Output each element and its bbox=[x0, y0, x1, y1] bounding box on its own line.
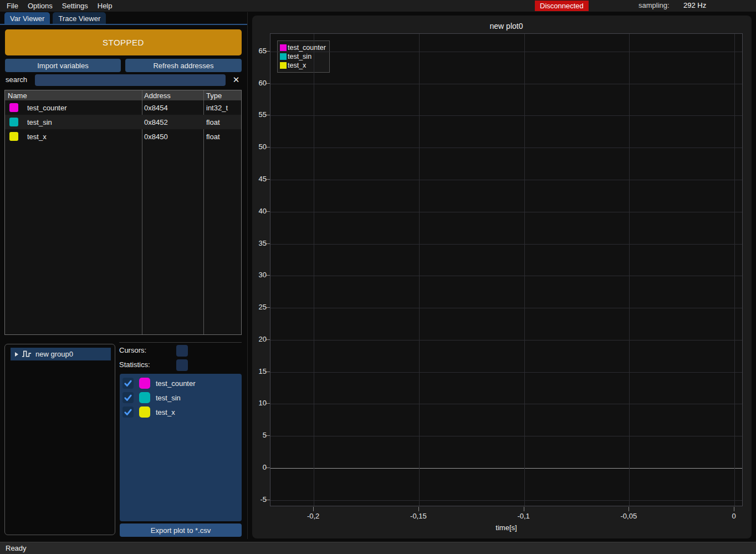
legend-entry[interactable]: test_counter bbox=[280, 43, 326, 52]
variable-type-cell: float bbox=[206, 129, 220, 144]
x-tick-mark bbox=[524, 507, 524, 511]
statistics-checkbox[interactable] bbox=[176, 359, 188, 371]
x-tick-mark bbox=[313, 507, 314, 511]
search-input[interactable] bbox=[35, 74, 226, 86]
group-item[interactable]: new group0 bbox=[11, 348, 111, 360]
variable-address-cell: 0x8452 bbox=[144, 115, 168, 129]
legend-series-label: test_counter bbox=[288, 44, 326, 52]
sampling-value: 292 Hz bbox=[683, 1, 706, 9]
variable-checkbox[interactable] bbox=[122, 392, 134, 403]
variable-name-cell[interactable]: test_counter bbox=[27, 100, 67, 115]
legend-color-swatch bbox=[280, 44, 287, 51]
legend-entry[interactable]: test_x bbox=[280, 61, 326, 70]
table-header: Name Address Type bbox=[5, 90, 241, 100]
tab-bar: Var Viewer Trace Viewer bbox=[4, 12, 106, 24]
controls-separator bbox=[119, 342, 242, 343]
gridline-horizontal bbox=[270, 404, 742, 404]
gridline-horizontal bbox=[270, 500, 742, 501]
x-tick-mark bbox=[418, 507, 419, 511]
export-csv-button[interactable]: Export plot to *.csv bbox=[120, 523, 242, 537]
variable-color-swatch bbox=[9, 103, 18, 112]
y-tick-label: 30 bbox=[252, 271, 267, 279]
sampling-label: sampling: bbox=[638, 1, 670, 9]
variable-color-swatch bbox=[9, 132, 18, 141]
plot-variable-row[interactable]: test_x bbox=[120, 405, 242, 419]
y-tick-label: 65 bbox=[252, 47, 267, 55]
status-text: Ready bbox=[6, 544, 27, 552]
column-header-address[interactable]: Address bbox=[144, 90, 171, 100]
variable-color-swatch bbox=[139, 378, 150, 389]
y-tick-label: 45 bbox=[252, 175, 267, 183]
column-header-name[interactable]: Name bbox=[8, 90, 27, 100]
table-row[interactable]: test_sin0x8452float bbox=[5, 115, 241, 129]
variable-color-swatch bbox=[139, 392, 150, 403]
connection-status-badge: Disconnected bbox=[535, 1, 589, 11]
y-tick-label: 10 bbox=[252, 399, 267, 407]
x-tick-label: 0 bbox=[717, 512, 750, 520]
y-tick-label: 50 bbox=[252, 143, 267, 151]
variable-checkbox[interactable] bbox=[122, 378, 134, 389]
gridline-vertical bbox=[314, 34, 314, 506]
plot-title: new plot0 bbox=[270, 22, 743, 31]
tab-underline bbox=[0, 24, 248, 25]
tab-trace-viewer[interactable]: Trace Viewer bbox=[53, 12, 106, 24]
cursors-checkbox[interactable] bbox=[176, 345, 188, 357]
x-tick-label: -0,2 bbox=[297, 512, 330, 520]
gridline-vertical bbox=[524, 34, 525, 506]
menu-help[interactable]: Help bbox=[98, 2, 113, 10]
legend-color-swatch bbox=[280, 62, 287, 69]
table-row[interactable]: test_x0x8450float bbox=[5, 129, 241, 144]
gridline-horizontal bbox=[270, 372, 742, 373]
legend-entry[interactable]: test_sin bbox=[280, 52, 326, 61]
legend-color-swatch bbox=[280, 53, 287, 60]
menu-options[interactable]: Options bbox=[28, 2, 53, 10]
plot-variable-row[interactable]: test_counter bbox=[120, 376, 242, 390]
gridline-horizontal bbox=[270, 115, 742, 116]
y-tick-label: 0 bbox=[252, 463, 267, 471]
gridline-vertical bbox=[419, 34, 420, 506]
y-tick-label: 5 bbox=[252, 431, 267, 439]
x-tick-label: -0,15 bbox=[402, 512, 435, 520]
menu-settings[interactable]: Settings bbox=[62, 2, 88, 10]
plot-area[interactable]: test_countertest_sintest_x bbox=[270, 33, 743, 506]
x-tick-mark bbox=[734, 507, 734, 511]
menu-file[interactable]: File bbox=[7, 2, 18, 10]
variables-table: Name Address Type test_counter0x8454int3… bbox=[4, 90, 242, 335]
groups-panel: new group0 bbox=[4, 344, 115, 535]
plot-variables-panel: test_countertest_sintest_x bbox=[120, 374, 242, 521]
x-tick-mark bbox=[629, 507, 629, 511]
variable-type-cell: int32_t bbox=[206, 100, 228, 115]
plot-variable-row[interactable]: test_sin bbox=[120, 390, 242, 405]
variable-name-label: test_x bbox=[156, 408, 175, 416]
acquisition-state-button[interactable]: STOPPED bbox=[5, 29, 242, 55]
gridline-horizontal bbox=[270, 52, 742, 52]
variable-address-cell: 0x8450 bbox=[144, 129, 168, 144]
x-tick-label: -0,1 bbox=[507, 512, 540, 520]
gridline-horizontal bbox=[270, 308, 742, 308]
clear-search-icon[interactable]: ✕ bbox=[231, 74, 242, 85]
gridline-horizontal bbox=[270, 468, 742, 469]
y-tick-label: 40 bbox=[252, 207, 267, 215]
legend-series-label: test_x bbox=[288, 62, 306, 69]
table-row[interactable]: test_counter0x8454int32_t bbox=[5, 100, 241, 115]
variable-name-cell[interactable]: test_sin bbox=[27, 115, 52, 129]
group-label: new group0 bbox=[35, 350, 73, 358]
gridline-horizontal bbox=[270, 180, 742, 180]
variable-type-cell: float bbox=[206, 115, 220, 129]
x-axis-title: time[s] bbox=[270, 523, 743, 532]
search-label: search bbox=[6, 75, 27, 84]
refresh-addresses-button[interactable]: Refresh addresses bbox=[125, 59, 242, 72]
y-tick-label: 15 bbox=[252, 367, 267, 375]
variable-checkbox[interactable] bbox=[122, 406, 134, 418]
variable-name-label: test_counter bbox=[156, 379, 196, 388]
import-variables-button[interactable]: Import variables bbox=[5, 59, 121, 72]
column-header-type[interactable]: Type bbox=[206, 90, 222, 100]
tab-var-viewer[interactable]: Var Viewer bbox=[4, 12, 50, 24]
collapsed-arrow-icon[interactable] bbox=[15, 352, 18, 357]
plot-legend: test_countertest_sintest_x bbox=[277, 40, 330, 73]
gridline-horizontal bbox=[270, 244, 742, 245]
gridline-horizontal bbox=[270, 212, 742, 212]
y-tick-label: 35 bbox=[252, 239, 267, 247]
y-tick-label: 25 bbox=[252, 303, 267, 311]
variable-name-cell[interactable]: test_x bbox=[27, 129, 47, 144]
